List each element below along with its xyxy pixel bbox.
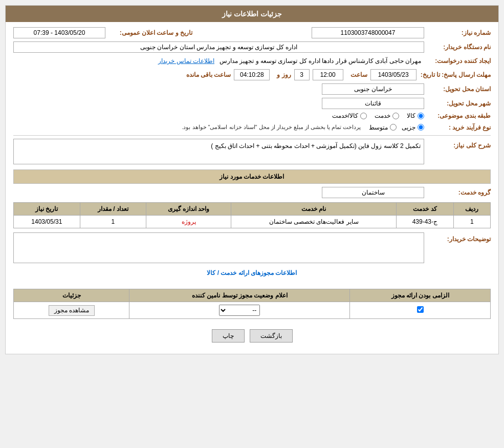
permit-required-checkbox[interactable] xyxy=(417,306,424,313)
permit-col-required: الزامی بودن ارائه مجوز xyxy=(350,289,491,302)
process-motavasset[interactable]: متوسط xyxy=(369,124,397,131)
response-days-label: روز و xyxy=(273,71,291,78)
cell-date: 1403/05/31 xyxy=(14,216,80,228)
buyer-notes-value xyxy=(13,232,424,263)
permit-col-details: جزئیات xyxy=(14,289,129,302)
requester-row: ایجاد کننده درخواست: مهران حاجی آبادی کا… xyxy=(13,56,491,66)
process-jozi-label: جزیی xyxy=(402,124,415,131)
need-desc-row: شرح کلی نیاز: تکمیل 2 کلاسه زول فاین (تک… xyxy=(13,139,491,164)
category-row: طبقه بندی موضوعی: کالا خدمت کالا/خدمت xyxy=(13,112,491,119)
table-row: 1 ج-43-439 سایر فعالیت‌های تخصصی ساختمان… xyxy=(14,216,491,228)
buyer-org-value: اداره کل توسازی توسعه و تجهیز مدارس استا… xyxy=(13,41,424,53)
page-title: جزئیات اطلاعات نیاز xyxy=(6,6,498,22)
province-value: خراسان جنوبی xyxy=(322,83,424,95)
need-desc-label: شرح کلی نیاز: xyxy=(424,139,491,149)
province-row: استان محل تحویل: خراسان جنوبی xyxy=(13,83,491,95)
response-deadline-row: مهلت ارسال پاسخ: تا تاریخ: 1403/05/23 سا… xyxy=(13,69,491,80)
service-group-label: گروه خدمت: xyxy=(424,189,491,196)
permit-table: الزامی بودن ارائه مجوز اعلام وضعیت مجوز … xyxy=(13,289,491,319)
category-kala-khedmat-label: کالا/خدمت xyxy=(332,112,358,119)
process-row: نوع فرآیند خرید : جزیی متوسط پرداخت تمام… xyxy=(13,122,491,132)
category-kala-label: کالا xyxy=(407,112,415,119)
spacer xyxy=(13,280,491,285)
category-kala-khedmat-radio[interactable] xyxy=(360,113,367,119)
category-radio-group: کالا خدمت کالا/خدمت xyxy=(332,112,424,119)
col-quantity: تعداد / مقدار xyxy=(80,203,146,216)
buyer-notes-label: توضیحات خریدار: xyxy=(424,232,491,243)
process-label: نوع فرآیند خرید : xyxy=(424,124,491,131)
need-desc-value: تکمیل 2 کلاسه زول فاین (تکمیل آموزشی + ا… xyxy=(13,139,424,164)
service-info-header: اطلاعات خدمات مورد نیاز xyxy=(13,169,491,184)
buyer-notes-row: توضیحات خریدار: xyxy=(13,232,491,263)
col-date: تاریخ نیاز xyxy=(14,203,80,216)
cell-name: سایر فعالیت‌های تخصصی ساختمان xyxy=(231,216,397,228)
cell-unit: پروژه xyxy=(146,216,231,228)
permit-required-cell xyxy=(350,302,491,319)
divider-1 xyxy=(13,135,491,136)
main-container: جزئیات اطلاعات نیاز شماره نیاز: 11030037… xyxy=(5,5,499,354)
need-number-label: شماره نیاز: xyxy=(424,29,491,36)
buyer-org-row: نام دستگاه خریدار: اداره کل توسازی توسعه… xyxy=(13,41,491,53)
cell-quantity: 1 xyxy=(80,216,146,228)
category-label: طبقه بندی موضوعی: xyxy=(424,112,491,119)
announce-date-label: تاریخ و ساعت اعلان عمومی: xyxy=(105,29,192,36)
category-khedmat-radio[interactable] xyxy=(392,113,399,119)
service-group-value: ساختمان xyxy=(322,187,424,198)
category-khedmat[interactable]: خدمت xyxy=(375,112,399,119)
cell-row: 1 xyxy=(453,216,490,228)
response-days: 3 xyxy=(294,69,310,80)
page-wrapper: جزئیات اطلاعات نیاز شماره نیاز: 11030037… xyxy=(0,0,504,448)
province-label: استان محل تحویل: xyxy=(424,86,491,93)
requester-label: ایجاد کننده درخواست: xyxy=(424,57,491,65)
city-row: شهر محل تحویل: قائنات xyxy=(13,98,491,109)
city-value: قائنات xyxy=(322,98,424,109)
service-group-row: گروه خدمت: ساختمان xyxy=(13,187,491,198)
process-options: جزیی متوسط پرداخت تمام یا بخشی از مبلغ خ… xyxy=(179,122,424,132)
col-name: نام خدمت xyxy=(231,203,397,216)
response-remaining-label: ساعت باقی مانده xyxy=(182,71,231,78)
view-permit-button[interactable]: مشاهده مجوز xyxy=(49,305,95,316)
col-code: کد خدمت xyxy=(397,203,454,216)
category-kala-radio[interactable] xyxy=(418,113,424,119)
cell-code: ج-43-439 xyxy=(397,216,454,228)
service-table: ردیف کد خدمت نام خدمت واحد اندازه گیری ت… xyxy=(13,202,491,228)
response-date-row: 1403/05/23 ساعت 12:00 3 روز و 04:10:28 س… xyxy=(182,69,417,80)
requester-link[interactable]: اطلاعات تماس خریدار xyxy=(158,57,214,65)
permit-status-cell: -- xyxy=(129,302,350,319)
permit-table-row: -- مشاهده مجوز xyxy=(14,302,491,319)
category-khedmat-label: خدمت xyxy=(375,112,390,119)
requester-value: مهران حاجی آبادی کارشناس قرار دادها ادار… xyxy=(216,56,424,66)
city-label: شهر محل تحویل: xyxy=(424,100,491,107)
col-row: ردیف xyxy=(453,203,490,216)
response-time: 12:00 xyxy=(313,69,343,80)
need-number-row: شماره نیاز: 1103003748000047 تاریخ و ساع… xyxy=(13,27,491,38)
response-time-label: ساعت xyxy=(346,71,367,78)
permit-section-link[interactable]: اطلاعات مجوزهای ارائه خدمت / کالا xyxy=(13,266,491,280)
process-jozi-radio[interactable] xyxy=(418,124,424,131)
need-number-value: 1103003748000047 xyxy=(312,27,424,38)
bottom-buttons: بازگشت چاپ xyxy=(13,323,491,349)
print-button[interactable]: چاپ xyxy=(212,329,245,343)
process-note: پرداخت تمام یا بخشی از مبلغ خریدار از مح… xyxy=(179,122,364,132)
col-unit: واحد اندازه گیری xyxy=(146,203,231,216)
permit-status-select[interactable]: -- xyxy=(219,305,260,316)
back-button[interactable]: بازگشت xyxy=(250,329,293,343)
process-motavasset-radio[interactable] xyxy=(390,124,397,131)
announce-date-value: 1403/05/20 - 07:39 xyxy=(13,27,105,38)
category-kala[interactable]: کالا xyxy=(407,112,424,119)
process-motavasset-label: متوسط xyxy=(369,124,388,131)
response-deadline-label: مهلت ارسال پاسخ: تا تاریخ: xyxy=(417,71,491,78)
response-remaining: 04:10:28 xyxy=(234,69,270,80)
process-jozi[interactable]: جزیی xyxy=(402,124,424,131)
response-date: 1403/05/23 xyxy=(370,69,417,80)
content-area: شماره نیاز: 1103003748000047 تاریخ و ساع… xyxy=(6,22,498,354)
buyer-org-label: نام دستگاه خریدار: xyxy=(424,44,491,51)
permit-col-status: اعلام وضعیت مجوز توسط نامین کننده xyxy=(129,289,350,302)
category-kala-khedmat[interactable]: کالا/خدمت xyxy=(332,112,367,119)
permit-details-cell: مشاهده مجوز xyxy=(14,302,129,319)
